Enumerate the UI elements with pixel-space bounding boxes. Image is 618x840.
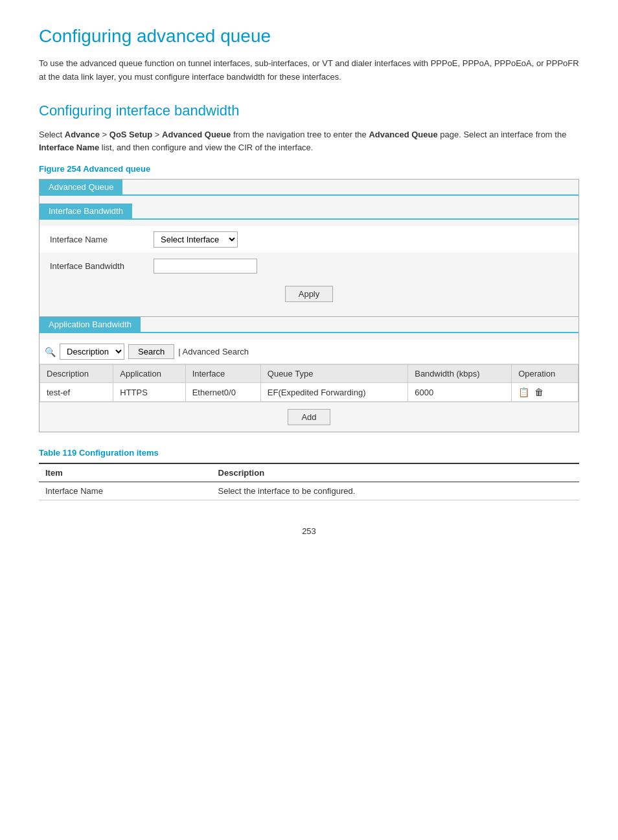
apply-row: Apply [40, 279, 578, 309]
advanced-search-link[interactable]: | Advanced Search [178, 347, 249, 356]
application-bandwidth-table: Description Application Interface Queue … [40, 364, 578, 402]
col-description: Description [40, 365, 113, 383]
interface-bandwidth-label: Interface Bandwidth [50, 261, 154, 271]
delete-icon[interactable]: 🗑 [534, 387, 544, 397]
application-bandwidth-tab[interactable]: Application Bandwidth [40, 317, 141, 332]
col-bandwidth: Bandwidth (kbps) [408, 365, 512, 383]
application-bandwidth-panel: Application Bandwidth 🔍 Description Sear… [40, 316, 578, 432]
config-header-row: Item Description [39, 463, 579, 482]
advanced-queue-tab-bar: Advanced Queue [40, 180, 578, 196]
search-icon: 🔍 [45, 347, 56, 357]
config-row: Interface Name Select the interface to b… [39, 482, 579, 500]
interface-bandwidth-tab-bar: Interface Bandwidth [40, 204, 578, 220]
search-button[interactable]: Search [128, 344, 174, 359]
interface-bandwidth-input[interactable] [154, 259, 257, 274]
config-table: Item Description Interface Name Select t… [39, 463, 579, 500]
section2-title: Configuring interface bandwidth [39, 102, 579, 119]
add-button[interactable]: Add [288, 409, 330, 425]
table-header-row: Description Application Interface Queue … [40, 365, 578, 383]
config-cell-description: Select the interface to be configured. [212, 482, 579, 500]
col-application: Application [113, 365, 185, 383]
advanced-queue-tab[interactable]: Advanced Queue [40, 180, 122, 194]
interface-bandwidth-panel: Interface Bandwidth Interface Name Selec… [40, 204, 578, 309]
search-bar: 🔍 Description Search | Advanced Search [40, 340, 578, 364]
figure-label: Figure 254 Advanced queue [39, 164, 579, 174]
col-interface: Interface [185, 365, 260, 383]
interface-name-control: Select Interface [154, 231, 238, 248]
apply-button[interactable]: Apply [285, 286, 334, 302]
cell-description: test-ef [40, 383, 113, 402]
config-cell-item: Interface Name [39, 482, 212, 500]
cell-interface: Ethernet0/0 [185, 383, 260, 402]
config-table-label: Table 119 Configuration items [39, 448, 579, 458]
config-col-description: Description [212, 463, 579, 482]
config-col-item: Item [39, 463, 212, 482]
advanced-queue-panel: Advanced Queue Interface Bandwidth Inter… [39, 179, 579, 432]
interface-bandwidth-control [154, 259, 257, 274]
edit-icon[interactable]: 📋 [518, 387, 529, 397]
interface-bandwidth-tab[interactable]: Interface Bandwidth [40, 204, 132, 218]
col-queue-type: Queue Type [260, 365, 407, 383]
cell-application: HTTPS [113, 383, 185, 402]
interface-name-row: Interface Name Select Interface [40, 226, 578, 253]
cell-queue-type: EF(Expedited Forwarding) [260, 383, 407, 402]
interface-bandwidth-row: Interface Bandwidth [40, 253, 578, 279]
nav-text: Select Advance > QoS Setup > Advanced Qu… [39, 128, 579, 156]
interface-name-label: Interface Name [50, 235, 154, 244]
add-row: Add [40, 402, 578, 432]
col-operation: Operation [512, 365, 578, 383]
search-dropdown[interactable]: Description [60, 344, 124, 360]
cell-operation: 📋 🗑 [512, 383, 578, 402]
table-row: test-ef HTTPS Ethernet0/0 EF(Expedited F… [40, 383, 578, 402]
application-bandwidth-tab-bar: Application Bandwidth [40, 317, 578, 333]
intro-paragraph: To use the advanced queue function on tu… [39, 57, 579, 84]
page-title: Configuring advanced queue [39, 26, 579, 47]
page-number: 253 [39, 526, 579, 536]
interface-name-select[interactable]: Select Interface [154, 231, 238, 248]
cell-bandwidth: 6000 [408, 383, 512, 402]
